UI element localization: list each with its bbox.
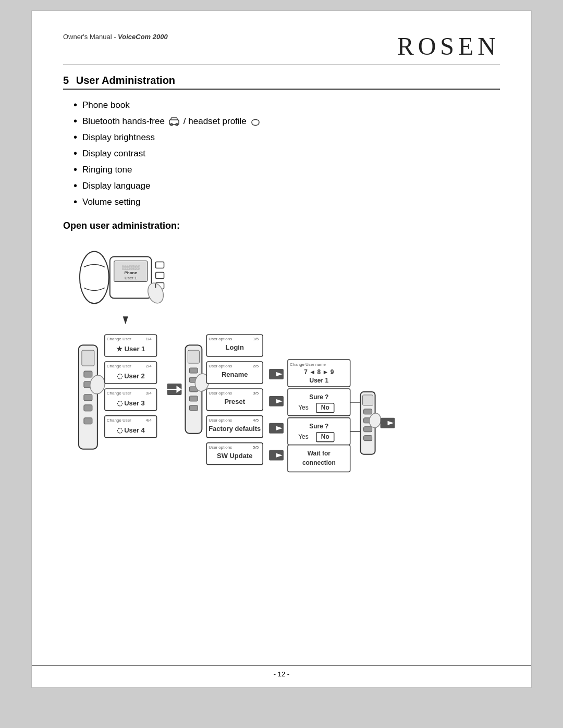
svg-text:User options: User options xyxy=(209,337,232,341)
sure-factory-box: Sure ? Yes No xyxy=(288,418,350,445)
svg-rect-91 xyxy=(364,409,372,414)
svg-text:Change User name: Change User name xyxy=(290,362,326,367)
svg-rect-41 xyxy=(188,350,199,363)
section-number: 5 xyxy=(63,75,69,86)
list-item-language: Display language xyxy=(74,180,500,192)
section-title: 5 User Administration xyxy=(63,75,500,90)
feature-list: Phone book Bluetooth hands-free / headse… xyxy=(63,99,500,208)
svg-text:Change User: Change User xyxy=(107,364,131,368)
svg-rect-45 xyxy=(189,396,198,401)
svg-rect-18 xyxy=(84,394,92,401)
svg-text:No: No xyxy=(321,404,329,411)
header-product: VoiceCom 2000 xyxy=(118,33,168,41)
svg-text:Change User: Change User xyxy=(107,391,131,396)
svg-point-3 xyxy=(80,252,109,304)
page-number: - 12 - xyxy=(274,670,289,678)
list-item-volume: Volume setting xyxy=(74,196,500,208)
user2-box: Change User 2/4 ◌ User 2 xyxy=(105,362,157,384)
svg-text:◌ User 3: ◌ User 3 xyxy=(117,399,145,407)
svg-text:Login: Login xyxy=(226,343,244,351)
page-footer: - 12 - xyxy=(32,665,531,678)
svg-text:4/4: 4/4 xyxy=(146,418,152,423)
svg-rect-20 xyxy=(84,418,92,424)
svg-text:Rename: Rename xyxy=(222,371,248,378)
svg-rect-46 xyxy=(189,405,198,411)
swupdate-box: User options 5/5 SW Update xyxy=(206,443,263,465)
rename-box: User options 2/5 Rename xyxy=(206,362,263,384)
svg-rect-15 xyxy=(82,350,94,366)
svg-text:7 ◄ 8 ► 9: 7 ◄ 8 ► 9 xyxy=(304,368,334,376)
svg-text:connection: connection xyxy=(302,459,336,466)
username-result-box: Change User name 7 ◄ 8 ► 9 User 1 xyxy=(288,360,350,387)
svg-text:Phone: Phone xyxy=(125,270,138,275)
svg-rect-93 xyxy=(364,427,372,432)
svg-text:░░░░░░: ░░░░░░ xyxy=(122,265,140,270)
svg-rect-10 xyxy=(156,272,164,278)
svg-text:Sure ?: Sure ? xyxy=(309,393,328,401)
svg-rect-19 xyxy=(84,405,92,411)
svg-text:◌ User 2: ◌ User 2 xyxy=(117,372,145,380)
svg-rect-42 xyxy=(189,368,198,373)
user1-box: Change User 1/4 ★ User 1 xyxy=(105,335,157,356)
remote-device-right xyxy=(361,392,382,454)
svg-rect-94 xyxy=(364,436,372,441)
svg-text:3/4: 3/4 xyxy=(146,391,152,396)
preset-box: User options 3/5 Preset xyxy=(206,389,263,411)
car-icon xyxy=(168,116,180,127)
sure-preset-box: Sure ? Yes No xyxy=(288,389,350,416)
brand-logo: ROSEN xyxy=(397,32,500,60)
svg-text:Factory defaults: Factory defaults xyxy=(209,425,261,433)
svg-text:SW Update: SW Update xyxy=(217,452,252,460)
header-subtitle-text: Owner's Manual - xyxy=(63,33,118,41)
factory-box: User options 4/5 Factory defaults xyxy=(206,416,263,438)
subsection-title: Open user administration: xyxy=(63,220,500,231)
svg-rect-9 xyxy=(156,262,164,268)
svg-text:1/5: 1/5 xyxy=(253,337,259,341)
svg-text:Change User: Change User xyxy=(107,337,131,341)
svg-text:User options: User options xyxy=(209,364,232,368)
svg-text:4/5: 4/5 xyxy=(253,418,259,423)
remote-device-left xyxy=(79,345,106,449)
svg-text:Preset: Preset xyxy=(224,398,245,405)
svg-text:User options: User options xyxy=(209,418,232,423)
svg-text:5/5: 5/5 xyxy=(253,445,259,450)
list-item-ringing: Ringing tone xyxy=(74,164,500,176)
svg-text:Wait for: Wait for xyxy=(308,450,331,457)
page-header: Owner's Manual - VoiceCom 2000 ROSEN xyxy=(63,32,500,65)
svg-text:No: No xyxy=(321,433,329,440)
svg-rect-16 xyxy=(84,371,92,377)
user3-box: Change User 3/4 ◌ User 3 xyxy=(105,389,157,411)
svg-text:2/4: 2/4 xyxy=(146,364,152,368)
svg-text:Yes: Yes xyxy=(298,404,309,411)
svg-rect-90 xyxy=(363,395,373,405)
user4-box: Change User 4/4 ◌ User 4 xyxy=(105,416,157,438)
svg-text:Yes: Yes xyxy=(298,433,309,440)
svg-text:User 1: User 1 xyxy=(125,276,137,280)
svg-text:2/5: 2/5 xyxy=(253,364,259,368)
page: Owner's Manual - VoiceCom 2000 ROSEN 5 U… xyxy=(31,10,532,688)
list-item-bluetooth: Bluetooth hands-free / headset profile xyxy=(74,115,500,127)
headset-icon xyxy=(250,116,261,127)
svg-text:★ User 1: ★ User 1 xyxy=(116,345,145,353)
header-subtitle: Owner's Manual - VoiceCom 2000 xyxy=(63,32,168,41)
svg-text:3/5: 3/5 xyxy=(253,391,259,396)
list-item-contrast: Display contrast xyxy=(74,147,500,159)
down-arrow xyxy=(123,316,128,324)
svg-text:User options: User options xyxy=(209,391,232,396)
section-title-text: User Administration xyxy=(76,75,175,86)
list-item-phonebook: Phone book xyxy=(74,99,500,111)
svg-text:User 1: User 1 xyxy=(310,377,329,384)
svg-text:User options: User options xyxy=(209,445,232,450)
svg-text:Sure ?: Sure ? xyxy=(309,423,328,430)
wait-connection-box: Wait for connection xyxy=(288,445,350,472)
svg-text:1/4: 1/4 xyxy=(146,337,152,341)
svg-text:◌ User 4: ◌ User 4 xyxy=(117,426,145,434)
diagram: ░░░░░░ Phone User 1 xyxy=(63,241,500,512)
svg-text:Change User: Change User xyxy=(107,418,131,423)
login-box: User options 1/5 Login xyxy=(206,335,263,356)
list-item-brightness: Display brightness xyxy=(74,131,500,143)
main-device: ░░░░░░ Phone User 1 xyxy=(80,252,166,305)
